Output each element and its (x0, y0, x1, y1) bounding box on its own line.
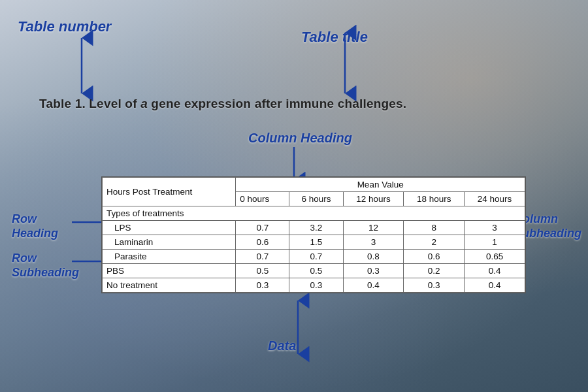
cell-data: 0.5 (289, 264, 343, 278)
cell-data: 0.2 (404, 264, 465, 278)
caption-prefix: Table 1. Level of (39, 97, 140, 110)
row-label-header: Hours Post Treatment (103, 178, 236, 206)
cell-data: 0.4 (465, 278, 525, 293)
table-row: Parasite0.70.70.80.60.65 (103, 250, 525, 264)
table-row: LPS0.73.21283 (103, 221, 525, 235)
cell-data: 0.3 (236, 278, 289, 293)
table-row: Laminarin0.61.5321 (103, 235, 525, 250)
column-heading-row: Hours Post Treatment Mean Value (103, 178, 525, 192)
cell-data: 0.5 (236, 264, 289, 278)
col-sub-2: 12 hours (343, 192, 404, 206)
cell-data: 12 (343, 221, 404, 235)
row-group-heading: Types of treatments (103, 206, 525, 221)
col-sub-0: 0 hours (236, 192, 289, 206)
cell-data: 1 (465, 235, 525, 250)
cell-data: 0.7 (289, 250, 343, 264)
cell-data: 0.3 (404, 278, 465, 293)
data-table: Hours Post Treatment Mean Value 0 hours … (102, 177, 525, 293)
table-body: Types of treatmentsLPS0.73.21283Laminari… (103, 206, 525, 293)
table-caption: Table 1. Level of a gene expression afte… (39, 97, 549, 111)
cell-data: 0.3 (289, 278, 343, 293)
mean-value-header: Mean Value (236, 178, 525, 192)
cell-data: 3.2 (289, 221, 343, 235)
cell-data: 0.7 (236, 250, 289, 264)
cell-data: 3 (343, 235, 404, 250)
cell-data: 0.4 (343, 278, 404, 293)
cell-data: 0.6 (404, 250, 465, 264)
data-table-container: Hours Post Treatment Mean Value 0 hours … (101, 176, 526, 293)
cell-data: 0.8 (343, 250, 404, 264)
table-row: PBS0.50.50.30.20.4 (103, 264, 525, 278)
cell-data: 3 (465, 221, 525, 235)
cell-data: 0.6 (236, 235, 289, 250)
table-row: No treatment0.30.30.40.30.4 (103, 278, 525, 293)
cell-data: 1.5 (289, 235, 343, 250)
caption-suffix: gene expression after immune challenges. (148, 97, 406, 110)
cell-data: 0.4 (465, 264, 525, 278)
cell-data: 2 (404, 235, 465, 250)
col-sub-3: 18 hours (404, 192, 465, 206)
cell-data: 0.7 (236, 221, 289, 235)
col-sub-1: 6 hours (289, 192, 343, 206)
caption-italic: a (140, 97, 148, 110)
col-sub-4: 24 hours (465, 192, 525, 206)
cell-data: 0.3 (343, 264, 404, 278)
cell-data: 8 (404, 221, 465, 235)
cell-data: 0.65 (465, 250, 525, 264)
main-content: Table number Table title Column Heading … (0, 0, 588, 392)
